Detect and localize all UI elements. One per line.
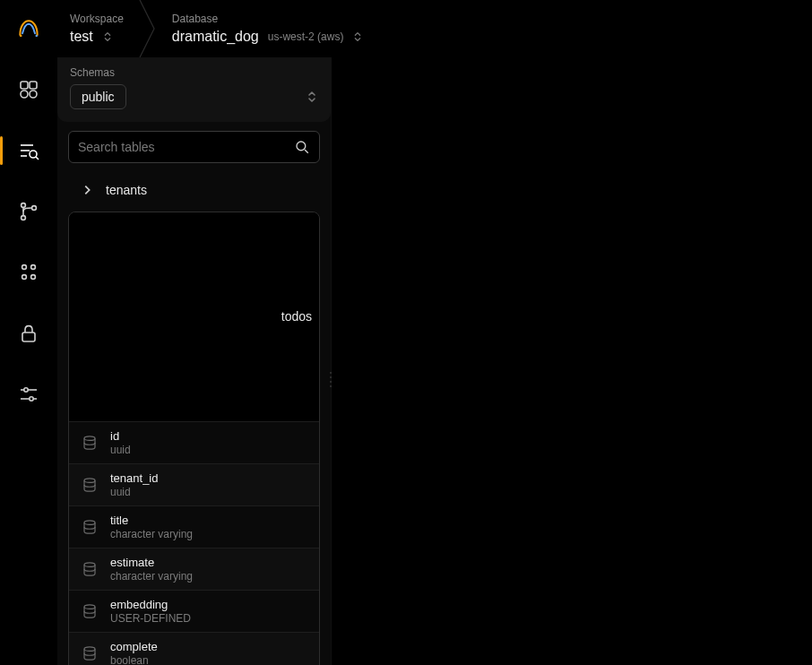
svg-point-28 [84,563,95,567]
breadcrumb-database[interactable]: Database dramatic_dog us-west-2 (aws) [160,0,382,57]
svg-point-30 [84,647,95,652]
column-type: uuid [110,486,159,498]
svg-point-12 [22,216,26,220]
svg-point-15 [31,265,36,270]
tenants-icon [18,262,39,283]
database-icon [82,603,98,619]
table-node-todos: todos id uuid [68,212,320,665]
svg-point-11 [22,203,26,208]
nav-security[interactable] [13,317,45,350]
dashboard-icon [18,79,39,100]
workspace-value: test [70,29,93,45]
column-type: uuid [110,444,131,456]
column-type: character varying [110,570,193,583]
chevron-updown-icon [102,30,113,43]
search-input[interactable] [78,140,294,154]
database-icon [82,477,98,493]
database-region: us-west-2 (aws) [268,30,344,43]
svg-point-1 [36,34,38,36]
column-row[interactable]: estimate character varying [69,548,319,590]
search-icon [294,139,310,155]
svg-rect-4 [21,91,28,98]
column-type: boolean [110,654,158,665]
tables-panel: Schemas public [57,57,332,665]
svg-line-10 [36,157,39,160]
query-editor-icon [18,140,39,161]
settings-icon [18,384,39,405]
database-icon [82,519,98,535]
svg-point-16 [22,275,27,280]
column-row[interactable]: embedding USER-DEFINED [69,590,319,632]
column-name: title [110,514,193,527]
schema-selector-block: Schemas public [57,57,331,122]
svg-line-24 [305,150,308,153]
nav-rail [0,57,57,665]
panel-resize-handle[interactable] [327,361,334,397]
content-area [332,57,812,665]
nav-query-editor[interactable] [13,134,45,167]
svg-point-13 [32,206,37,211]
table-header-todos[interactable]: todos [69,212,319,421]
database-value: dramatic_dog [172,29,259,45]
chevron-down-icon [82,223,269,410]
search-wrap [57,122,331,170]
svg-point-25 [84,436,95,441]
nav-tenants[interactable] [13,256,45,289]
search-box[interactable] [68,131,320,163]
column-name: embedding [110,598,191,611]
breadcrumb: Workspace test Database dramatic_dog us-… [57,0,381,57]
column-row[interactable]: tenant_id uuid [69,463,319,505]
nav-dashboard[interactable] [13,73,45,106]
column-type: USER-DEFINED [110,612,191,625]
chevron-updown-icon [352,30,363,43]
breadcrumb-separator [142,0,160,57]
schema-label: Schemas [70,66,318,79]
column-row[interactable]: complete boolean [69,632,319,665]
workspace-label: Workspace [70,13,124,25]
table-node-tenants[interactable]: tenants [68,174,320,206]
nav-settings[interactable] [13,378,45,410]
svg-point-9 [30,151,37,158]
nile-logo-icon[interactable] [16,16,41,41]
column-row[interactable]: title character varying [69,505,319,548]
svg-point-22 [30,397,33,401]
svg-rect-18 [22,332,35,341]
logo-container [0,0,57,57]
column-type: character varying [110,528,193,540]
svg-rect-3 [30,82,37,89]
svg-point-26 [84,479,95,483]
svg-point-20 [24,388,28,392]
lock-icon [18,323,39,344]
svg-point-27 [84,521,95,525]
chevron-right-icon [81,184,93,196]
column-row[interactable]: id uuid [69,421,319,463]
svg-rect-2 [21,82,28,89]
svg-point-23 [297,142,306,151]
svg-rect-5 [30,91,37,98]
schema-chip[interactable]: public [70,84,126,109]
svg-point-29 [84,605,95,609]
breadcrumb-workspace[interactable]: Workspace test [57,0,142,57]
svg-point-0 [20,34,22,36]
table-name: tenants [106,183,147,197]
table-name: todos [281,309,312,324]
nav-branches[interactable] [13,195,45,228]
branches-icon [18,201,39,222]
chevron-updown-icon[interactable] [306,90,318,104]
svg-point-17 [31,275,36,280]
svg-point-14 [22,265,27,270]
database-icon [82,435,98,451]
column-name: id [110,429,131,443]
column-name: tenant_id [110,471,159,485]
tables-tree: tenants todos [57,170,331,665]
database-icon [82,645,98,661]
database-label: Database [172,13,364,25]
app-header: Workspace test Database dramatic_dog us-… [0,0,812,57]
database-icon [82,561,98,577]
column-name: complete [110,640,158,653]
column-list-todos: id uuid tenant_id uuid [69,421,319,665]
column-name: estimate [110,556,193,569]
main-area: Schemas public [0,57,812,665]
